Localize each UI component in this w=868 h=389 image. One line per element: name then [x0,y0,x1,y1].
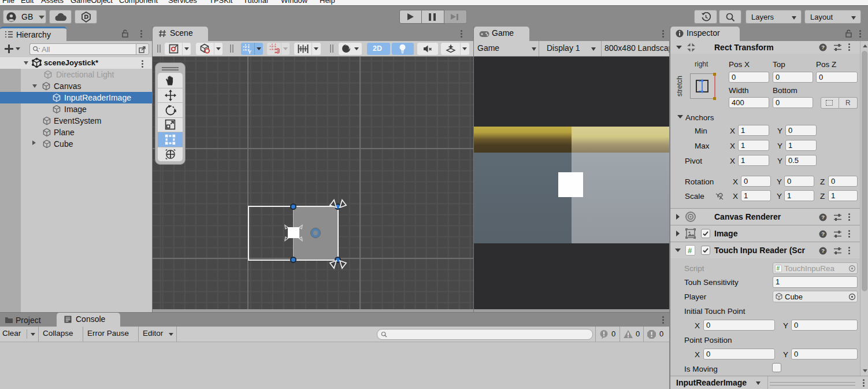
svg-text:?: ? [821,214,825,220]
svg-text:?: ? [821,231,825,237]
svg-text:Y: Y [248,49,251,54]
svg-text:?: ? [821,247,825,254]
svg-text:?: ? [821,44,825,50]
